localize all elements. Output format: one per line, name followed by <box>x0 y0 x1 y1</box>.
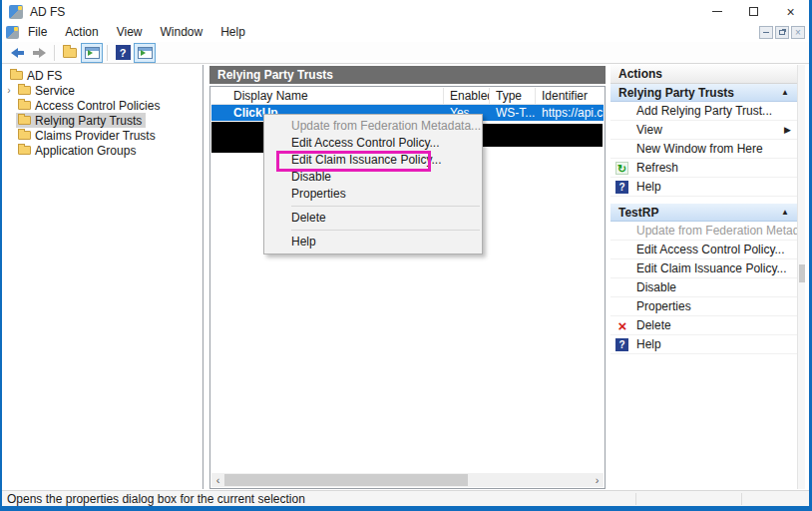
status-separator <box>741 493 742 505</box>
action-label: Disable <box>636 280 676 294</box>
context-menu-item-edit-access-control-policy[interactable]: Edit Access Control Policy... <box>264 135 482 152</box>
table-header: Display Name Enabled Type Identifier <box>211 88 604 105</box>
folder-icon <box>10 71 23 80</box>
minimize-button[interactable] <box>698 0 735 23</box>
action-properties[interactable]: Properties <box>610 297 797 316</box>
tree-item-relying-party-trusts[interactable]: Relying Party Trusts <box>2 113 203 128</box>
context-menu-item-help[interactable]: Help <box>264 234 482 251</box>
folder-icon <box>18 131 31 140</box>
tree-item-application-groups[interactable]: Application Groups <box>2 143 203 158</box>
horizontal-scrollbar[interactable]: ‹ › <box>211 473 604 487</box>
adfs-app-icon-small <box>6 26 19 39</box>
tree-item-claims-provider-trusts[interactable]: Claims Provider Trusts <box>2 128 203 143</box>
menu-file[interactable]: File <box>19 23 56 42</box>
tree-selection-highlight: Relying Party Trusts <box>16 113 146 128</box>
show-console-tree-button[interactable] <box>81 43 103 63</box>
action-help[interactable]: ? Help <box>610 178 797 197</box>
child-minimize-button[interactable] <box>759 26 773 39</box>
action-refresh[interactable]: ↻ Refresh <box>610 159 797 178</box>
scroll-left-icon[interactable]: ‹ <box>211 473 224 487</box>
forward-button[interactable] <box>28 43 50 63</box>
context-menu-item-delete[interactable]: Delete <box>264 210 482 227</box>
actions-pane-title: Actions <box>610 65 797 84</box>
column-header-enabled[interactable]: Enabled <box>444 88 490 104</box>
export-list-icon <box>63 48 77 58</box>
action-disable[interactable]: Disable <box>610 278 797 297</box>
toolbar-separator <box>107 45 108 61</box>
action-view[interactable]: View ▶ <box>610 121 797 140</box>
help-icon: ? <box>615 181 628 194</box>
action-label: Add Relying Party Trust... <box>636 104 772 118</box>
collapse-arrow-icon[interactable]: ▲ <box>781 204 789 222</box>
scrollbar-thumb[interactable] <box>799 264 805 282</box>
title-bar: AD FS × <box>2 0 809 23</box>
annotation-highlight-box <box>276 151 431 172</box>
action-label: View <box>636 123 662 137</box>
column-header-identifier[interactable]: Identifier <box>536 88 604 104</box>
child-close-button[interactable]: × <box>791 26 805 39</box>
action-delete[interactable]: × Delete <box>610 316 797 335</box>
help-icon: ? <box>116 45 131 60</box>
show-action-pane-icon <box>138 47 153 59</box>
context-menu-item-properties[interactable]: Properties <box>264 186 482 203</box>
section-header-label: TestRP <box>618 204 658 222</box>
show-action-pane-button[interactable] <box>134 43 156 63</box>
close-button[interactable]: × <box>772 0 809 23</box>
menu-help[interactable]: Help <box>211 23 254 42</box>
adfs-app-icon <box>9 5 23 19</box>
action-edit-access-control-policy[interactable]: Edit Access Control Policy... <box>610 241 797 259</box>
forward-icon <box>33 48 46 58</box>
child-restore-icon <box>779 30 785 35</box>
actions-section-relying-party-trusts[interactable]: Relying Party Trusts ▲ <box>610 84 797 102</box>
window-title: AD FS <box>30 5 65 19</box>
close-icon: × <box>786 5 794 19</box>
tree-item-adfs-root[interactable]: AD FS <box>2 68 203 83</box>
maximize-icon <box>749 7 758 16</box>
tree-item-access-control-policies[interactable]: Access Control Policies <box>2 98 203 113</box>
cell-type: WS-T... <box>490 105 536 121</box>
menu-action[interactable]: Action <box>56 23 107 42</box>
child-restore-button[interactable] <box>775 26 789 39</box>
tree-label: Service <box>35 84 75 98</box>
action-label: New Window from Here <box>636 142 763 156</box>
action-label: Help <box>636 180 661 194</box>
status-text: Opens the properties dialog box for the … <box>2 492 305 506</box>
action-label: Delete <box>636 318 671 332</box>
action-new-window-from-here[interactable]: New Window from Here <box>610 140 797 159</box>
chevron-right-icon[interactable]: › <box>2 85 16 96</box>
menu-bar: File Action View Window Help × <box>2 23 809 42</box>
maximize-button[interactable] <box>735 0 772 23</box>
help-icon: ? <box>615 338 628 351</box>
submenu-arrow-icon: ▶ <box>784 121 791 140</box>
child-close-icon: × <box>795 28 801 38</box>
window-border-bottom <box>0 506 812 511</box>
menu-window[interactable]: Window <box>152 23 212 42</box>
scrollbar-thumb[interactable] <box>224 474 468 486</box>
folder-icon <box>18 86 31 95</box>
actions-section-testrp[interactable]: TestRP ▲ <box>610 204 797 222</box>
action-label: Edit Claim Issuance Policy... <box>636 261 787 275</box>
folder-icon <box>18 116 31 125</box>
column-header-display-name[interactable]: Display Name <box>211 88 444 104</box>
show-console-tree-icon <box>85 47 100 59</box>
action-add-relying-party-trust[interactable]: Add Relying Party Trust... <box>610 102 797 121</box>
column-header-type[interactable]: Type <box>490 88 536 104</box>
delete-icon: × <box>615 319 629 332</box>
console-tree-pane: AD FS › Service Access Control Policies … <box>2 65 203 489</box>
action-help-testrp[interactable]: ? Help <box>610 335 797 354</box>
collapse-arrow-icon[interactable]: ▲ <box>781 84 789 102</box>
results-pane-title: Relying Party Trusts <box>209 66 606 84</box>
menu-separator <box>291 206 480 207</box>
help-button[interactable]: ? <box>112 43 134 63</box>
actions-vertical-scrollbar[interactable] <box>797 65 805 489</box>
context-menu-item-update-from-federation-metadata: Update from Federation Metadata... <box>264 118 482 135</box>
context-menu: Update from Federation Metadata... Edit … <box>263 114 483 255</box>
action-edit-claim-issuance-policy[interactable]: Edit Claim Issuance Policy... <box>610 259 797 278</box>
menu-view[interactable]: View <box>108 23 152 42</box>
export-list-button[interactable] <box>59 43 81 63</box>
scroll-right-icon[interactable]: › <box>591 473 604 487</box>
folder-icon <box>18 101 31 110</box>
tree-item-service[interactable]: › Service <box>2 83 203 98</box>
back-button[interactable] <box>6 43 28 63</box>
action-update-from-federation-metadata: Update from Federation Metadata... <box>610 222 797 241</box>
